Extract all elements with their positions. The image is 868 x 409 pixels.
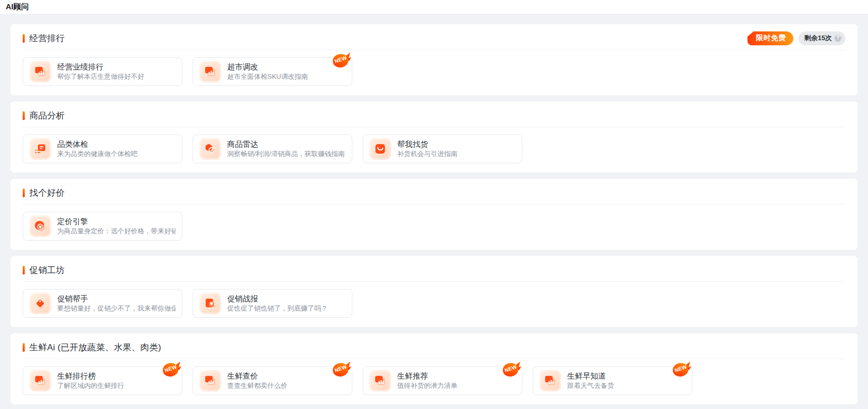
help-icon[interactable]: ? xyxy=(834,35,842,42)
card-title: 经营业绩排行 xyxy=(57,62,144,71)
card-title: 促销战报 xyxy=(227,294,328,303)
new-badge-label: NEW xyxy=(333,364,349,374)
section-accent-bar xyxy=(23,266,25,275)
bar-chart-icon xyxy=(369,370,391,391)
card-find-goods[interactable]: 帮我找货 补货机会与引进指南 xyxy=(363,134,522,163)
card-desc: 促也促了销也销了，到底赚了吗？ xyxy=(227,304,328,313)
section-header: 商品分析 xyxy=(23,109,845,122)
top-header-bar: AI顾问 xyxy=(0,0,868,14)
sales-report-icon: ¥ xyxy=(199,293,221,314)
card-supermarket-revamp[interactable]: 超市调改 超市全面体检SKU调改指南 NEW xyxy=(193,57,352,86)
card-desc: 来为品类的健康做个体检吧 xyxy=(57,150,138,158)
card-desc: 跟着天气去备货 xyxy=(567,382,614,390)
card-pricing-engine[interactable]: ¥ 定价引擎 为商品量身定价：选个好价格，带来好销... xyxy=(23,212,182,241)
bar-chart-icon xyxy=(199,61,221,82)
card-row: 促销帮手 要想销量好，促销少不了，我来帮你做促销 ¥ 促销战报 促也促了销也销了… xyxy=(23,289,845,318)
radar-cube-icon xyxy=(199,138,221,160)
card-fresh-recommend[interactable]: 生鲜推荐 值得补货的潜力清单 NEW xyxy=(363,366,522,395)
svg-text:¥: ¥ xyxy=(210,301,213,306)
card-fresh-forecast[interactable]: 生鲜早知道 跟着天气去备货 NEW xyxy=(533,366,692,395)
remaining-count-label: 剩余15次 xyxy=(805,33,832,43)
page-title: AI顾问 xyxy=(6,2,29,12)
card-title: 生鲜排行榜 xyxy=(57,371,124,380)
section-title: 生鲜Ai (已开放蔬菜、水果、肉类) xyxy=(29,342,161,353)
bar-chart-icon xyxy=(539,370,561,391)
card-title: 生鲜推荐 xyxy=(397,371,457,380)
section-header: 生鲜Ai (已开放蔬菜、水果、肉类) xyxy=(23,340,845,354)
card-title: 超市调改 xyxy=(227,62,308,71)
price-tag-icon xyxy=(29,293,51,314)
section-accent-bar xyxy=(23,189,25,197)
section-fresh-ai: 生鲜Ai (已开放蔬菜、水果、肉类) 生鲜排行榜 了解区域内的生鲜排行 NEW xyxy=(10,333,858,404)
card-title: 生鲜早知道 xyxy=(567,371,614,380)
section-accent-bar xyxy=(23,34,25,43)
section-divider xyxy=(23,281,845,282)
card-fresh-ranking[interactable]: 生鲜排行榜 了解区域内的生鲜排行 NEW xyxy=(23,366,182,395)
limited-free-badge: 限时免费 xyxy=(747,31,793,45)
remaining-count-badge: 剩余15次 ? xyxy=(798,31,845,45)
card-desc: 补货机会与引进指南 xyxy=(397,150,457,158)
card-performance-ranking[interactable]: 经营业绩排行 帮你了解本店生意做得好不好 xyxy=(23,57,182,86)
checklist-icon xyxy=(29,138,51,160)
card-desc: 查查生鲜都卖什么价 xyxy=(227,382,287,390)
card-desc: 帮你了解本店生意做得好不好 xyxy=(57,73,144,81)
section-header: 经营排行 限时免费 剩余15次 ? xyxy=(23,31,845,45)
card-title: 商品雷达 xyxy=(227,140,345,148)
new-badge-label: NEW xyxy=(163,364,179,374)
card-row: 生鲜排行榜 了解区域内的生鲜排行 NEW 生鲜查价 查查生鲜都卖什么价 xyxy=(23,366,845,395)
card-product-radar[interactable]: 商品雷达 洞察畅销/利润/滞销商品，获取赚钱指南 xyxy=(193,134,352,163)
section-divider xyxy=(23,49,845,50)
shopping-bag-icon xyxy=(369,138,391,160)
bar-chart-icon xyxy=(29,370,51,391)
card-category-checkup[interactable]: 品类体检 来为品类的健康做个体检吧 xyxy=(23,134,182,163)
section-divider xyxy=(23,204,845,204)
card-promo-report[interactable]: ¥ 促销战报 促也促了销也销了，到底赚了吗？ xyxy=(193,289,352,318)
bar-chart-icon xyxy=(199,370,221,391)
card-promo-helper[interactable]: 促销帮手 要想销量好，促销少不了，我来帮你做促销 xyxy=(23,289,182,318)
limited-free-label: 限时免费 xyxy=(756,33,786,43)
price-coin-icon: ¥ xyxy=(29,215,51,237)
section-header: 促销工坊 xyxy=(23,263,845,277)
section-header: 找个好价 xyxy=(23,186,845,199)
section-divider xyxy=(23,359,845,359)
section-good-price: 找个好价 ¥ 定价引擎 为商品量身定价：选个好价格，带来好销... xyxy=(10,179,858,250)
section-business-ranking: 经营排行 限时免费 剩余15次 ? 经营业绩排行 帮你了解本店生意做得好不好 xyxy=(10,24,858,95)
card-row: 经营业绩排行 帮你了解本店生意做得好不好 超市调改 超市全面体检SKU调改指南 … xyxy=(23,57,845,86)
card-title: 品类体检 xyxy=(57,140,138,148)
card-title: 帮我找货 xyxy=(397,140,457,148)
card-desc: 要想销量好，促销少不了，我来帮你做促销 xyxy=(57,304,176,313)
card-desc: 洞察畅销/利润/滞销商品，获取赚钱指南 xyxy=(227,150,345,158)
header-badges: 限时免费 剩余15次 ? xyxy=(747,31,845,45)
new-badge-label: NEW xyxy=(673,364,689,374)
card-desc: 了解区域内的生鲜排行 xyxy=(57,382,124,390)
section-divider xyxy=(23,127,845,127)
card-title: 生鲜查价 xyxy=(227,371,287,380)
section-title: 经营排行 xyxy=(29,32,65,44)
card-fresh-price-check[interactable]: 生鲜查价 查查生鲜都卖什么价 NEW xyxy=(193,366,352,395)
card-title: 定价引擎 xyxy=(57,217,176,226)
main-content: 经营排行 限时免费 剩余15次 ? 经营业绩排行 帮你了解本店生意做得好不好 xyxy=(0,14,868,404)
new-flame-badge: NEW xyxy=(333,53,351,68)
card-desc: 值得补货的潜力清单 xyxy=(397,382,457,390)
new-flame-badge: NEW xyxy=(673,362,691,377)
section-product-analysis: 商品分析 品类体检 来为品类的健康做个体检吧 商品雷达 洞察畅销/利润/滞 xyxy=(10,101,858,173)
new-flame-badge: NEW xyxy=(163,362,181,377)
new-flame-badge: NEW xyxy=(503,362,521,377)
section-accent-bar xyxy=(23,111,25,120)
card-row: ¥ 定价引擎 为商品量身定价：选个好价格，带来好销... xyxy=(23,212,845,241)
section-accent-bar xyxy=(23,343,25,352)
section-title: 找个好价 xyxy=(29,187,65,199)
new-flame-badge: NEW xyxy=(333,362,351,377)
bar-chart-icon xyxy=(29,61,51,82)
new-badge-label: NEW xyxy=(503,364,519,374)
card-row: 品类体检 来为品类的健康做个体检吧 商品雷达 洞察畅销/利润/滞销商品，获取赚钱… xyxy=(23,134,845,163)
svg-text:¥: ¥ xyxy=(39,225,42,230)
card-desc: 超市全面体检SKU调改指南 xyxy=(227,73,308,81)
section-title: 促销工坊 xyxy=(29,264,65,276)
card-desc: 为商品量身定价：选个好价格，带来好销... xyxy=(57,227,176,235)
section-promo-workshop: 促销工坊 促销帮手 要想销量好，促销少不了，我来帮你做促销 ¥ 促销战报 促 xyxy=(10,256,858,327)
card-title: 促销帮手 xyxy=(57,294,176,303)
section-title: 商品分析 xyxy=(29,110,65,122)
new-badge-label: NEW xyxy=(333,55,349,65)
